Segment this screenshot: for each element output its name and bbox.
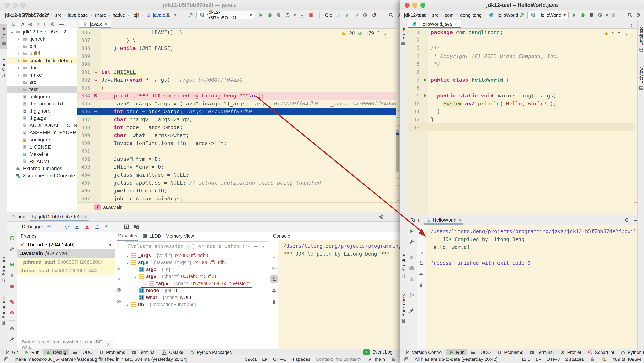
run-tab[interactable]: HelloWorld ✕ [422, 215, 464, 225]
stop-button[interactable] [308, 12, 314, 18]
kebab-menu-icon[interactable]: ⋮ [388, 22, 394, 28]
line-number[interactable]: 397 [77, 117, 90, 122]
hide-panel-icon[interactable]: — [389, 214, 394, 220]
clear-console-icon[interactable] [418, 282, 424, 288]
rerun-button[interactable] [409, 228, 415, 234]
line-number[interactable]: 386 [77, 30, 90, 35]
sidebar-item-database[interactable]: Database [638, 25, 644, 55]
sidebar-item-structure[interactable]: Structure [400, 252, 407, 281]
chevron-right-icon[interactable]: › [15, 37, 22, 42]
update-download-icon[interactable] [601, 356, 607, 362]
line-number[interactable]: 396 [77, 109, 90, 114]
variables-toolbar[interactable]: + − ▲ ▼ [115, 240, 123, 350]
line-number[interactable]: 407 [77, 196, 90, 201]
code-line-403[interactable]: 403 JNIEnv *env = 0; [77, 163, 396, 171]
breadcrumb-item[interactable]: src [55, 13, 62, 18]
line-number[interactable]: 394 [77, 93, 90, 99]
move-up-icon[interactable]: ▲ [116, 265, 122, 271]
code-line-406[interactable]: 406 jmethodID mainID; [77, 187, 396, 195]
toolwindow-debug[interactable]: Debug [43, 349, 69, 355]
toolwindow-python-packages[interactable]: Python Packages [618, 349, 644, 355]
line-number[interactable]: 400 [77, 141, 90, 146]
tree-item-makefile[interactable]: M Makefile [7, 151, 77, 158]
toolwindow-profiler[interactable]: Profiler [557, 349, 584, 355]
run-gutter-icon[interactable] [420, 93, 431, 99]
code-line-6[interactable]: 6 [407, 68, 635, 76]
chevron-down-icon[interactable]: ⌄ [9, 29, 15, 34]
stop-button[interactable] [9, 283, 15, 289]
line-number[interactable]: 8 [407, 85, 420, 91]
expander-icon[interactable]: ⌄ [133, 274, 139, 279]
code-line-394[interactable]: 394 printf("*** JDK Compiled by Litong D… [77, 92, 396, 100]
sidebar-item-project[interactable]: Project [0, 24, 7, 49]
git-update-icon[interactable]: ↙ [335, 12, 341, 18]
force-step-into-icon[interactable] [84, 224, 90, 230]
toolwindow-terminal[interactable]: Terminal [128, 349, 158, 355]
code-line-12[interactable]: 12 } [407, 116, 635, 123]
run-settings-gear-icon[interactable] [623, 217, 630, 223]
right-editor[interactable]: C HelloWorld.java ✕ ⋮ 1 package com.deng… [407, 20, 637, 215]
lock-icon[interactable] [390, 356, 396, 362]
expander-icon[interactable]: › [125, 253, 131, 258]
next-problem-icon[interactable]: ⌄ [383, 31, 387, 36]
layout-icon[interactable] [409, 292, 415, 298]
code-line-399[interactable]: 399 char *what = args->what; [77, 131, 396, 139]
line-number[interactable]: 13 [407, 125, 420, 130]
code-line-2[interactable]: 2 [407, 36, 635, 44]
user-icon[interactable] [165, 12, 171, 18]
frame-row[interactable]: _pthread_start0x00007fff206128fc [18, 258, 114, 266]
indent-setting[interactable]: 4 spaces [292, 356, 310, 362]
frames-hint[interactable]: Switch frames from anywhere in the IDE w… [19, 340, 113, 349]
breadcrumb-item[interactable]: java.base [68, 13, 88, 18]
git-history-icon[interactable] [362, 12, 368, 18]
line-number[interactable]: 4 [407, 54, 420, 59]
chevron-right-icon[interactable]: › [15, 51, 22, 56]
toolwindow-run[interactable]: Run [21, 349, 42, 355]
code-line-8[interactable]: 8 [407, 84, 635, 92]
line-number[interactable]: 12 [407, 117, 420, 122]
next-problem-icon[interactable]: ⌄ [624, 31, 628, 37]
caret-position[interactable]: 396:1 [245, 356, 257, 362]
prev-problem-icon[interactable]: ⌃ [376, 31, 380, 36]
chevron-right-icon[interactable]: › [15, 58, 22, 63]
search-everywhere-icon[interactable] [627, 12, 633, 18]
code-line-389[interactable]: 389 [77, 52, 396, 60]
toolwindow-python-packages[interactable]: Python Packages [186, 349, 234, 355]
tab-variables[interactable]: Variables [118, 233, 137, 239]
line-number[interactable]: 399 [77, 133, 90, 138]
line-number[interactable]: 388 [77, 46, 90, 51]
toolwindow-cmake[interactable]: CMake [159, 349, 186, 355]
evaluate-expression-input[interactable]: Evaluate expression (⏎) or add a watch (… [125, 241, 268, 251]
tree-item-build[interactable]: › build [7, 50, 77, 57]
variable-row-argv[interactable]: › *argv = {char *}0x7feb0240a160"-versio… [125, 280, 270, 287]
event-log-button[interactable]: 1 Event Log [363, 349, 392, 355]
run-config-selector[interactable]: HelloWorld▾ [527, 11, 569, 19]
console-toolbar[interactable]: ↑ ↓ [270, 240, 278, 350]
code-line-401[interactable]: 401 [77, 147, 396, 155]
tree-item--hg-archival-txt[interactable]: .hg_archival.txt [7, 100, 77, 107]
tree-item--hgtags[interactable]: .hgtags [7, 115, 77, 122]
capture-memory-icon[interactable] [409, 265, 415, 271]
breadcrumb-item[interactable]: share [94, 13, 106, 18]
debug-wrench-icon[interactable] [9, 246, 15, 252]
code-line-395[interactable]: 395 JavaMainArgs *args = (JavaMainArgs *… [77, 100, 396, 108]
left-editor-scrollbar[interactable] [396, 29, 400, 212]
line-number[interactable]: 6 [407, 69, 420, 75]
memory-indicator[interactable]: 409 of 4096M [612, 356, 641, 362]
toolwindow-problems[interactable]: Problems [96, 349, 128, 355]
line-ending[interactable]: LF [262, 356, 268, 362]
tree-item-src[interactable]: › src [7, 79, 77, 86]
lock-icon[interactable] [589, 356, 596, 362]
line-number[interactable]: 403 [77, 164, 90, 170]
frame-row[interactable]: JavaMainjava.c:396 [18, 249, 114, 258]
line-number[interactable]: 387 [77, 38, 90, 43]
scroll-down-icon[interactable]: ↓ [420, 238, 422, 244]
editor-tab-helloworld[interactable]: C HelloWorld.java ✕ [408, 20, 460, 28]
scroll-to-end-icon[interactable] [418, 260, 424, 266]
breadcrumb-item[interactable]: com [445, 13, 454, 18]
tree-item-scratches-and-console[interactable]: Scratches and Console [7, 172, 77, 179]
step-into-icon[interactable] [74, 224, 80, 230]
tree-item-make[interactable]: › make [7, 71, 77, 79]
encoding[interactable]: UTF-8 [546, 356, 560, 362]
code-line-3[interactable]: 3 /** [407, 44, 635, 52]
